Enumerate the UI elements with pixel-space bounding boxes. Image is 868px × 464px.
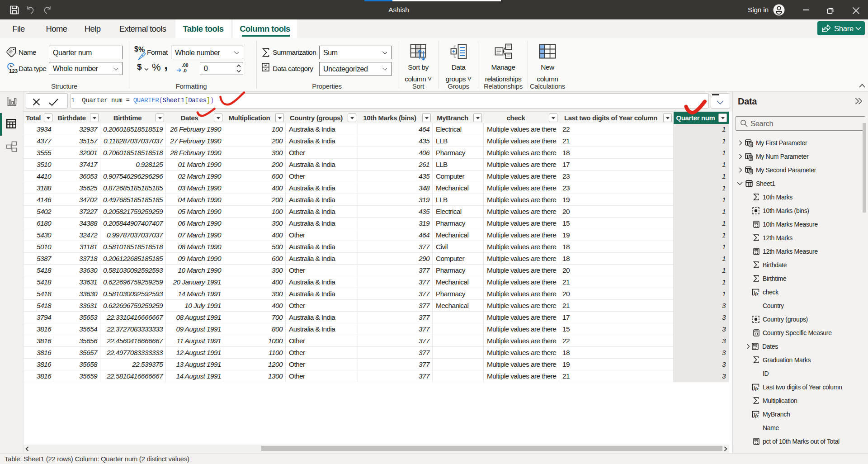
svg-text:%: % (138, 46, 145, 53)
svg-text:.00: .00 (182, 62, 189, 68)
svg-text:fx: fx (755, 414, 759, 418)
svg-text:.0: .0 (183, 68, 187, 73)
svg-text:123: 123 (9, 68, 18, 74)
svg-text:fx: fx (755, 387, 759, 391)
svg-text:fx: fx (755, 292, 759, 296)
svg-text:$: $ (134, 45, 138, 53)
